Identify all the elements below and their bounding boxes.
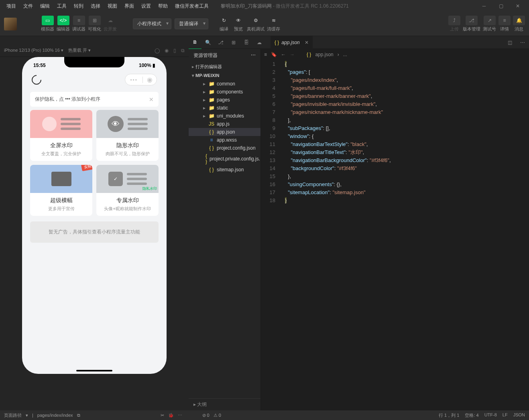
warning-count[interactable]: ⚠ 0: [214, 413, 221, 418]
card-invisible[interactable]: 👁隐形水印肉眼不可见，隐形保护: [96, 110, 159, 161]
tree-item-app.json[interactable]: { }app.json: [189, 128, 260, 136]
capsule-menu-icon[interactable]: •••: [125, 75, 142, 84]
tree-item-uni_modules[interactable]: ▸📁uni_modules: [189, 112, 260, 120]
details-icon[interactable]: ≡: [498, 16, 511, 25]
cloud-tab-icon[interactable]: ☁: [253, 36, 266, 49]
indent[interactable]: 空格: 4: [465, 412, 478, 418]
device-icon[interactable]: ▯: [173, 48, 176, 53]
outline-section[interactable]: 大纲: [189, 398, 260, 410]
bookmark-icon[interactable]: 🔖: [271, 52, 277, 57]
shield-icon: ✓: [108, 172, 123, 186]
tree-item-app.wxss[interactable]: ≡app.wxss: [189, 136, 260, 144]
more-status-icon[interactable]: ⋯: [178, 413, 182, 418]
error-count[interactable]: ⊘ 0: [202, 413, 210, 418]
cursor-pos[interactable]: 行 1，列 1: [439, 412, 459, 418]
card-nickname[interactable]: ✓隐私水印专属水印头像+昵称就能制作水印: [96, 165, 159, 216]
msg-label: 消息: [515, 26, 523, 32]
menu-settings[interactable]: 设置: [138, 1, 154, 11]
db-tab-icon[interactable]: 🗄: [240, 36, 253, 49]
ext-tab-icon[interactable]: ⊞: [227, 36, 240, 49]
file-tab[interactable]: { }app.json✕: [271, 36, 313, 49]
msg-icon[interactable]: 🔔: [513, 16, 525, 25]
menu-edit[interactable]: 编辑: [37, 1, 53, 11]
menu-goto[interactable]: 转到: [71, 1, 87, 11]
compile-select[interactable]: 普通编译: [175, 18, 208, 29]
cloud-icon[interactable]: ☁: [104, 16, 116, 25]
cache-icon[interactable]: ≋: [268, 16, 280, 25]
bug-icon[interactable]: 🐞: [168, 413, 174, 418]
tree-item-project.config.json[interactable]: { }project.config.json: [189, 144, 260, 152]
json-icon: { }: [307, 52, 311, 57]
open-editors-section[interactable]: 打开的编辑器: [189, 62, 260, 71]
tree-item-common[interactable]: ▸📁common: [189, 80, 260, 88]
debugger-icon[interactable]: ≡: [73, 16, 85, 25]
version-icon[interactable]: ⎇: [466, 16, 478, 25]
menu-view[interactable]: 视图: [104, 1, 120, 11]
menu-help[interactable]: 帮助: [155, 1, 171, 11]
explorer-more-icon[interactable]: ⋯: [251, 52, 256, 59]
popout-icon[interactable]: ⧉: [181, 48, 185, 53]
close-icon[interactable]: ✕: [510, 0, 526, 12]
explorer-title: 资源管理器: [193, 52, 218, 59]
tree-item-project.private.config.js...[interactable]: { }project.private.config.js...: [189, 152, 260, 166]
menu-ui[interactable]: 界面: [121, 1, 137, 11]
lang-mode[interactable]: JSON: [513, 412, 525, 418]
upload-icon[interactable]: ⤴: [448, 16, 460, 25]
maximize-icon[interactable]: ▢: [493, 0, 509, 12]
search-tab-icon[interactable]: 🔍: [201, 36, 214, 49]
copy-icon[interactable]: ⧉: [77, 413, 80, 418]
record-icon[interactable]: ◉: [165, 48, 169, 53]
tree-item-app.js[interactable]: JSapp.js: [189, 120, 260, 128]
eol[interactable]: LF: [503, 412, 508, 418]
card-banner[interactable]: 实验用水印超级横幅更多用于宣传: [30, 165, 92, 216]
tip-close-icon[interactable]: ✕: [149, 96, 154, 103]
tree-item-components[interactable]: ▸📁components: [189, 88, 260, 96]
toolbar: ▭模拟器 </>编辑器 ≡调试器 ⊞可视化 ☁云开发 小程序模式 普通编译 ↻编…: [0, 12, 529, 36]
tab-close-icon[interactable]: ✕: [305, 40, 309, 45]
refresh-icon[interactable]: ◯: [155, 48, 160, 53]
editor-icon[interactable]: </>: [57, 16, 69, 25]
hot-reload[interactable]: 热重载 开 ▾: [68, 47, 91, 53]
preview-icon[interactable]: 👁: [232, 16, 244, 25]
card-fullscreen[interactable]: 全屏水印全文覆盖，完全保护: [30, 110, 92, 161]
breadcrumb-more[interactable]: ...: [343, 52, 347, 57]
breadcrumb-file[interactable]: app.json: [315, 52, 333, 57]
phone-frame: 15:55100% ▮ •••◉ 保护隐私，点 ••• 添加到小程序✕ 全屏水印…: [22, 57, 167, 374]
mode-select[interactable]: 小程序模式: [133, 18, 171, 29]
explorer-tab-icon[interactable]: 🗎: [189, 36, 201, 49]
back-icon[interactable]: ←: [281, 52, 286, 57]
minimize-icon[interactable]: ─: [476, 0, 492, 12]
split-icon[interactable]: ◫: [503, 36, 516, 49]
page-path[interactable]: pages/index/index: [37, 413, 73, 418]
menu-project[interactable]: 项目: [3, 1, 19, 11]
tree-item-sitemap.json[interactable]: { }sitemap.json: [189, 166, 260, 174]
simulator-icon[interactable]: ▭: [42, 16, 54, 25]
tree-item-pages[interactable]: ▸📁pages: [189, 96, 260, 104]
compile-icon[interactable]: ↻: [218, 16, 230, 25]
menu-wx[interactable]: 微信开发者工具: [172, 1, 212, 11]
reload-icon[interactable]: [30, 73, 43, 87]
toc-icon[interactable]: ≡: [264, 52, 267, 57]
testid-icon[interactable]: ↗: [484, 16, 496, 25]
fwd-icon[interactable]: →: [290, 52, 295, 57]
remote-icon[interactable]: ⚙: [250, 16, 262, 25]
card-sub: 更多用于宣传: [33, 206, 90, 212]
avatar[interactable]: [4, 18, 17, 30]
code-editor[interactable]: ≡ 🔖 ← → { } app.json › ... 1234567891011…: [261, 49, 529, 410]
capsule-close-icon[interactable]: ◉: [143, 74, 157, 85]
device-info[interactable]: iPhone 12/13 (Pro) 100% 16 ▾: [4, 48, 63, 53]
home-indicator: [76, 370, 112, 371]
capsule-button[interactable]: •••◉: [125, 74, 157, 85]
more-icon[interactable]: ⋯: [516, 36, 529, 49]
encoding[interactable]: UTF-8: [484, 412, 497, 418]
visualize-icon[interactable]: ⊞: [89, 16, 101, 25]
menu-select[interactable]: 选择: [87, 1, 104, 11]
menu-file[interactable]: 文件: [20, 1, 36, 11]
menu-tool[interactable]: 工具: [54, 1, 70, 11]
editor-label: 编辑器: [57, 26, 70, 32]
git-tab-icon[interactable]: ⎇: [214, 36, 227, 49]
tree-item-static[interactable]: ▸📁static: [189, 104, 260, 112]
cut-icon[interactable]: ✂: [161, 413, 164, 418]
root-section[interactable]: MP-WEIXIN: [189, 71, 260, 80]
tip-bar[interactable]: 保护隐私，点 ••• 添加到小程序✕: [30, 92, 159, 107]
